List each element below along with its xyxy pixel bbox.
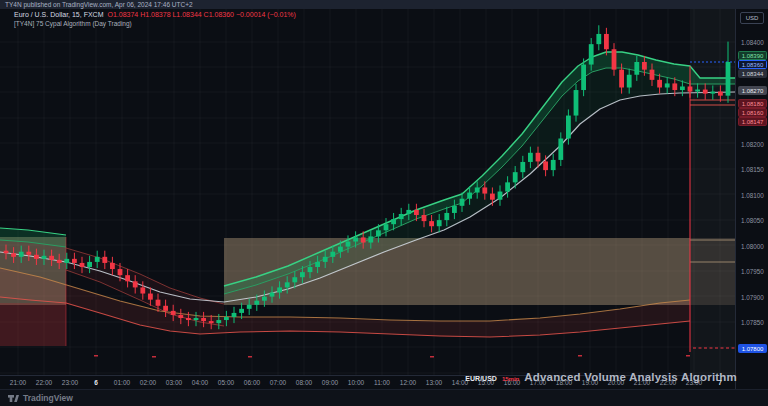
indicator-watermark: EUR/USD 15min Advanced Volume Analysis A… — [465, 371, 737, 383]
price-axis-label: 1.08000 — [741, 243, 764, 250]
candle-body — [672, 83, 677, 90]
time-axis-label: 04:00 — [192, 379, 208, 386]
price-badge: 1.08390 — [738, 51, 767, 60]
candle-body — [536, 153, 541, 162]
candle-body — [642, 62, 647, 70]
candle-body — [520, 162, 525, 172]
candle-body — [361, 237, 366, 242]
price-axis-label: 1.08050 — [741, 217, 764, 224]
candle-body — [596, 34, 601, 44]
candle-body — [80, 263, 85, 267]
candle-body — [429, 221, 434, 226]
candle-body — [148, 294, 153, 300]
indicator-legend-row[interactable]: [TY4N] 75 Cypal Algorithm (Day Trading) — [14, 20, 296, 27]
candle-body — [589, 44, 594, 64]
price-badge: 1.08360 — [738, 60, 767, 69]
candle-body — [513, 172, 518, 182]
time-axis-label: 21:00 — [10, 379, 26, 386]
candle-body — [399, 214, 404, 219]
candle-body — [422, 215, 427, 221]
candle-body — [437, 220, 442, 226]
time-axis-label: 05:00 — [218, 379, 234, 386]
candle-body — [703, 90, 708, 94]
candle-body — [308, 267, 313, 272]
candle-body — [285, 282, 290, 287]
watermark-title: Advanced Volume Analysis Algorithm — [524, 371, 737, 383]
symbol-title[interactable]: Euro / U.S. Dollar, 15, FXCM — [14, 11, 103, 18]
candle-body — [490, 194, 495, 200]
price-axis[interactable]: USD 1.084001.082501.082001.081501.081001… — [735, 9, 768, 389]
candle-body — [718, 92, 723, 96]
candle-body — [186, 318, 191, 320]
ohlc-values: O1.08374 H1.08378 L1.08344 C1.08360 −0.0… — [107, 11, 295, 18]
candle-body — [49, 256, 54, 260]
candle-body — [57, 260, 62, 263]
candle-body — [612, 49, 617, 69]
candle-body — [688, 86, 693, 91]
candle-body — [376, 230, 381, 236]
candle-body — [42, 256, 47, 259]
time-axis-label: 23:00 — [62, 379, 78, 386]
currency-badge[interactable]: USD — [740, 12, 764, 24]
candle-body — [125, 275, 130, 281]
time-axis-label: 08:00 — [296, 379, 312, 386]
candle-body — [209, 321, 214, 323]
time-axis-label: 03:00 — [166, 379, 182, 386]
price-chart[interactable] — [0, 9, 735, 375]
candle-body — [353, 237, 358, 241]
candle-body — [171, 311, 176, 315]
publish-header-bar: TY4N published on TradingView.com, Apr 0… — [0, 0, 768, 9]
candle-body — [368, 236, 373, 242]
candle-body — [498, 192, 503, 200]
watermark-symbol: EUR/USD — [465, 375, 497, 382]
time-axis-label: 10:00 — [348, 379, 364, 386]
symbol-legend-row[interactable]: Euro / U.S. Dollar, 15, FXCMO1.08374 H1.… — [14, 11, 296, 18]
price-axis-label: 1.08150 — [741, 166, 764, 173]
price-badge: 1.08344 — [738, 69, 767, 78]
candle-body — [178, 315, 183, 318]
candle-body — [270, 293, 275, 297]
price-axis-label: 1.07900 — [741, 294, 764, 301]
candle-body — [444, 213, 449, 220]
candle-body — [277, 287, 282, 292]
candle-body — [239, 309, 244, 313]
price-axis-label: 1.08100 — [741, 192, 764, 199]
candle-body — [346, 242, 351, 247]
candle-body — [34, 255, 39, 259]
candle-body — [574, 90, 579, 116]
time-axis-label: 13:00 — [426, 379, 442, 386]
candle-body — [604, 34, 609, 49]
tradingview-brand[interactable]: TradingView — [23, 393, 73, 403]
price-axis-label: 1.08400 — [741, 39, 764, 46]
price-badge: 1.08270 — [738, 86, 767, 95]
candle-body — [11, 253, 16, 257]
candle-body — [452, 206, 457, 213]
candle-body — [558, 139, 563, 160]
price-badge: 1.08147 — [738, 117, 767, 126]
zone-red-left — [0, 303, 66, 346]
price-axis-label: 1.07850 — [741, 319, 764, 326]
signal-mark — [686, 355, 690, 357]
candle-body — [665, 83, 670, 87]
candle-body — [482, 187, 487, 193]
price-axis-label: 1.08200 — [741, 141, 764, 148]
candle-body — [650, 70, 655, 80]
candle-body — [315, 262, 320, 267]
candle-body — [133, 281, 138, 287]
candle-body — [627, 75, 632, 88]
time-axis-label: 09:00 — [322, 379, 338, 386]
candle-body — [391, 219, 396, 224]
tradingview-logo-icon[interactable] — [8, 393, 19, 404]
candle-body — [566, 116, 571, 139]
candle-body — [330, 252, 335, 257]
time-axis-label: 22:00 — [36, 379, 52, 386]
signal-mark — [248, 356, 252, 358]
candle-body — [475, 187, 480, 192]
candle-body — [384, 224, 389, 230]
candle-body — [4, 251, 9, 254]
candle-body — [26, 252, 31, 255]
candle-body — [338, 247, 343, 252]
candle-body — [460, 199, 465, 206]
publish-text: TY4N published on TradingView.com, Apr 0… — [5, 1, 193, 8]
indicator-title[interactable]: [TY4N] 75 Cypal Algorithm (Day Trading) — [14, 20, 132, 27]
